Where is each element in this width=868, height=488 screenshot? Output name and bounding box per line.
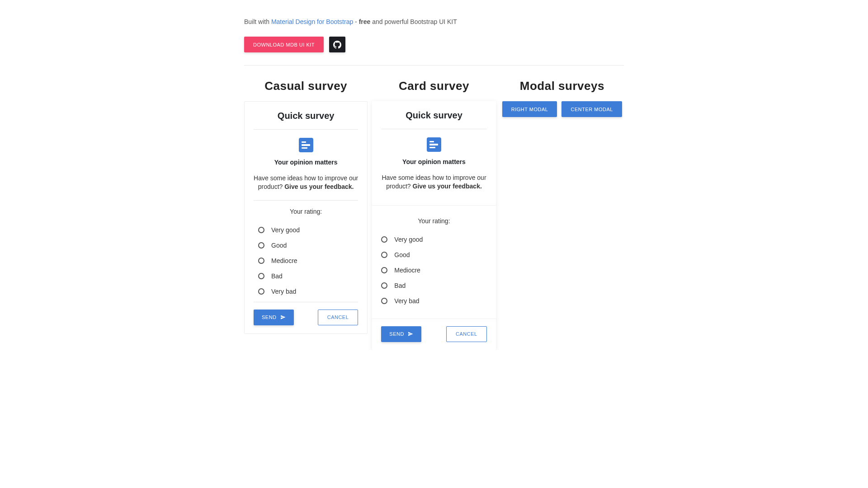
casual-options: Very good Good Mediocre Bad Very bad [254, 222, 358, 302]
option-label: Bad [271, 272, 283, 280]
casual-desc: Have some ideas how to improve our produ… [254, 174, 358, 191]
option-label: Mediocre [271, 257, 297, 264]
card-desc-strong: Give us your feedback. [413, 183, 482, 190]
modal-surveys-column: Modal surveys RIGHT MODAL CENTER MODAL [500, 79, 624, 350]
header-prefix: Built with [244, 18, 271, 25]
radio-icon [258, 242, 264, 249]
send-icon [280, 314, 286, 320]
casual-card-title: Quick survey [254, 111, 358, 121]
option-label: Very bad [271, 288, 296, 295]
cancel-button[interactable]: CANCEL [446, 326, 487, 342]
option-label: Very bad [394, 297, 419, 305]
header-suffix: and powerful Bootstrap UI KIT [370, 18, 457, 25]
right-modal-button[interactable]: RIGHT MODAL [502, 101, 557, 117]
radio-icon [381, 236, 387, 243]
header-mid: - [353, 18, 359, 25]
option-row[interactable]: Very good [381, 232, 486, 247]
mdb-link[interactable]: Material Design for Bootstrap [271, 18, 353, 25]
option-row[interactable]: Bad [381, 278, 486, 293]
radio-icon [258, 227, 264, 233]
option-label: Bad [394, 282, 406, 289]
card-rating-label: Your rating: [381, 217, 486, 225]
header-buttons: DOWNLOAD MDB UI KIT [244, 37, 624, 61]
option-label: Good [394, 251, 410, 258]
casual-actions: SEND CANCEL [245, 303, 367, 333]
casual-title: Casual survey [244, 79, 368, 93]
casual-rating-label: Your rating: [254, 208, 358, 215]
casual-card: Quick survey Your opinion matters Have s… [244, 101, 368, 334]
survey-icon [427, 137, 441, 152]
send-button[interactable]: SEND [254, 310, 294, 325]
option-row[interactable]: Very good [258, 222, 354, 238]
send-button[interactable]: SEND [381, 326, 421, 342]
download-button[interactable]: DOWNLOAD MDB UI KIT [244, 37, 324, 52]
option-row[interactable]: Mediocre [381, 263, 486, 278]
divider [254, 129, 358, 130]
option-row[interactable]: Mediocre [258, 253, 354, 268]
option-label: Good [271, 242, 287, 249]
card-survey-title: Quick survey [381, 110, 486, 121]
radio-icon [258, 273, 264, 279]
github-icon [333, 41, 341, 49]
radio-icon [258, 258, 264, 264]
card-actions: SEND CANCEL [372, 319, 495, 350]
option-row[interactable]: Good [258, 238, 354, 253]
option-row[interactable]: Very bad [258, 284, 354, 299]
send-icon [408, 331, 413, 337]
radio-icon [258, 288, 264, 295]
send-label: SEND [389, 331, 404, 337]
option-label: Mediocre [394, 267, 420, 274]
rating-section: Your rating: Very good Good Mediocre Bad… [372, 205, 495, 319]
divider [381, 129, 486, 129]
header-text: Built with Material Design for Bootstrap… [244, 18, 624, 25]
cancel-button[interactable]: CANCEL [318, 310, 359, 325]
card-desc: Have some ideas how to improve our produ… [381, 174, 486, 191]
survey-icon [299, 138, 313, 152]
card-survey-card: Quick survey Your opinion matters Have s… [372, 101, 495, 350]
radio-icon [381, 282, 387, 289]
casual-desc-strong: Give us your feedback. [284, 183, 354, 190]
card-options: Very good Good Mediocre Bad Very bad [381, 232, 486, 309]
header-strong: free [359, 18, 371, 25]
header-divider [244, 65, 624, 66]
option-label: Very good [271, 226, 300, 234]
divider [254, 302, 358, 302]
card-subtitle: Your opinion matters [381, 158, 486, 165]
send-label: SEND [262, 314, 277, 320]
radio-icon [381, 298, 387, 304]
modal-title: Modal surveys [500, 79, 624, 93]
card-title: Card survey [372, 79, 495, 93]
casual-subtitle: Your opinion matters [254, 159, 358, 166]
option-row[interactable]: Good [381, 247, 486, 263]
modal-buttons: RIGHT MODAL CENTER MODAL [500, 101, 624, 117]
center-modal-button[interactable]: CENTER MODAL [561, 101, 622, 117]
divider [254, 200, 358, 201]
github-button[interactable] [329, 37, 345, 52]
radio-icon [381, 252, 387, 258]
option-row[interactable]: Bad [258, 268, 354, 284]
option-row[interactable]: Very bad [381, 293, 486, 309]
radio-icon [381, 267, 387, 273]
casual-survey-column: Casual survey Quick survey Your opinion … [244, 79, 368, 350]
card-survey-column: Card survey Quick survey Your opinion ma… [372, 79, 495, 350]
option-label: Very good [394, 236, 423, 243]
